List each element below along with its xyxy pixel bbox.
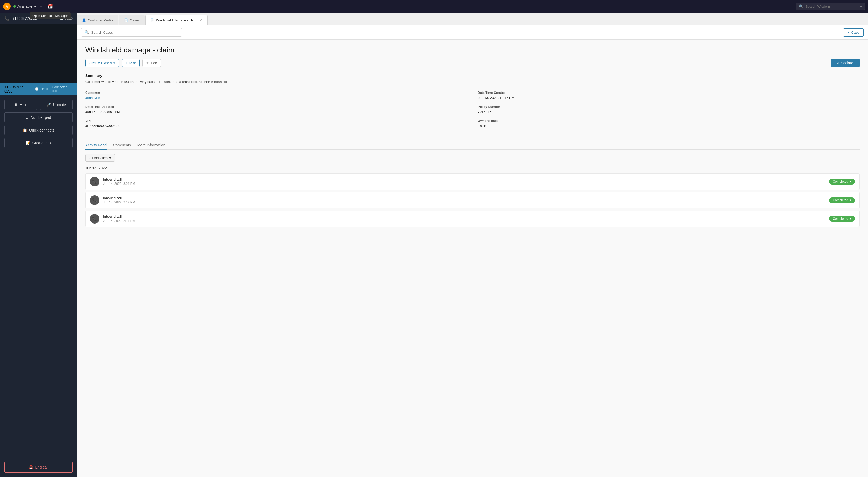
tab-customer-label: Customer Profile <box>88 18 114 22</box>
status-chevron-icon: ▾ <box>114 61 115 65</box>
end-call-button[interactable]: 📵 End call <box>4 461 73 473</box>
connected-label: Connected call <box>52 85 73 93</box>
tab-case-detail-icon: 📄 <box>150 18 155 22</box>
summary-heading: Summary <box>85 73 860 78</box>
tab-case-detail[interactable]: 📄 Windshield damage - cla... ✕ <box>145 15 208 25</box>
tab-activity-feed[interactable]: Activity Feed <box>85 141 106 150</box>
wisdom-search-container[interactable]: 🔍 ▾ <box>796 3 865 10</box>
end-call-icon: 📵 <box>29 465 33 469</box>
status-chevron-icon: ▾ <box>34 4 36 8</box>
edit-icon: ✏ <box>146 61 149 65</box>
customer-ellipsis: ··· <box>102 96 105 100</box>
caller-connected-status: 🕐 01:10 <box>35 87 48 91</box>
case-actions: Status: Closed ▾ + Task ✏ Edit Associate <box>85 59 860 67</box>
associate-button[interactable]: Associate <box>831 59 860 67</box>
wisdom-search-input[interactable] <box>805 4 858 8</box>
content-area: 👤 Customer Profile 📄 Cases 📄 Windshield … <box>77 13 868 477</box>
hold-button[interactable]: ⏸ Hold <box>4 100 37 110</box>
completed-badge-1[interactable]: Completed ▾ <box>829 179 855 184</box>
tab-more-information[interactable]: More Information <box>137 141 165 150</box>
unmute-icon: 🎤 <box>46 102 51 107</box>
tab-comments[interactable]: Comments <box>113 141 131 150</box>
main-layout: 📞 +12065778298 🕐 01:10 +1 206-577-8298 🕐… <box>0 13 868 477</box>
status-button[interactable]: Status: Closed ▾ <box>85 59 119 67</box>
field-date-created-value: Jun 13, 2022, 12:17 PM <box>478 96 860 100</box>
task-button[interactable]: + Task <box>122 59 140 67</box>
add-button[interactable]: + <box>39 3 44 10</box>
search-cases-container[interactable]: 🔍 <box>81 28 182 37</box>
tab-cases[interactable]: 📄 Cases <box>119 15 145 25</box>
activity-time-1: Jun 14, 2022, 8:01 PM <box>103 182 825 186</box>
all-activities-button[interactable]: All Activities ▾ <box>85 154 115 162</box>
content-tabs: Activity Feed Comments More Information <box>85 141 860 150</box>
activity-icon-2: 📞 <box>90 196 99 205</box>
completed-label-3: Completed <box>833 217 848 220</box>
tab-bar: 👤 Customer Profile 📄 Cases 📄 Windshield … <box>77 13 868 26</box>
add-case-button[interactable]: + Case <box>843 28 864 37</box>
badge-chevron-icon-3: ▾ <box>850 217 851 220</box>
field-date-updated-value: Jun 14, 2022, 8:01 PM <box>85 110 467 114</box>
field-policy-number: Policy Number 7017817 <box>478 105 860 114</box>
field-vin-value: JH4KA4650JC000403 <box>85 124 467 128</box>
completed-badge-3[interactable]: Completed ▾ <box>829 216 855 222</box>
activity-icon-3: 📞 <box>90 214 99 223</box>
activity-item-1: 📞 Inbound call Jun 14, 2022, 8:01 PM Com… <box>85 173 860 190</box>
activity-time-3: Jun 14, 2022, 2:11 PM <box>103 219 825 223</box>
field-fault-label: Owner's fault <box>478 119 860 123</box>
unmute-button[interactable]: 🎤 Unmute <box>40 100 73 110</box>
search-bar-row: 🔍 + Case <box>77 26 868 39</box>
activity-info-1: Inbound call Jun 14, 2022, 8:01 PM <box>103 177 825 186</box>
number-pad-button[interactable]: ⠿ Number pad <box>4 112 73 122</box>
customer-link[interactable]: John Doe <box>85 96 100 100</box>
tab-close-button[interactable]: ✕ <box>199 18 203 23</box>
search-cases-input[interactable] <box>91 30 178 34</box>
nav-logo: A <box>3 3 10 10</box>
sidebar: 📞 +12065778298 🕐 01:10 +1 206-577-8298 🕐… <box>0 13 77 477</box>
field-customer-label: Customer <box>85 91 467 95</box>
edit-button[interactable]: ✏ Edit <box>142 59 161 67</box>
number-pad-icon: ⠿ <box>26 115 28 120</box>
tab-customer-profile[interactable]: 👤 Customer Profile <box>77 15 119 25</box>
activity-date-group: Jun 14, 2022 <box>85 166 860 170</box>
create-task-icon: 📝 <box>26 141 30 145</box>
activity-title-2: Inbound call <box>103 196 825 200</box>
activity-item-2: 📞 Inbound call Jun 14, 2022, 2:12 PM Com… <box>85 192 860 208</box>
caller-number: +1 206-577-8298 <box>4 85 32 93</box>
field-customer-value: John Doe ··· <box>85 96 467 100</box>
call-controls: ⏸ Hold 🎤 Unmute ⠿ Number pad 📋 Quick con… <box>0 95 77 477</box>
summary-section: Summary Customer was driving on i90 on t… <box>85 73 860 85</box>
fields-grid: Customer John Doe ··· Date/Time Created … <box>85 91 860 135</box>
wisdom-search-icon: 🔍 <box>799 4 803 8</box>
field-fault-value: False <box>478 124 860 128</box>
field-date-updated: Date/Time Updated Jun 14, 2022, 8:01 PM <box>85 105 467 114</box>
field-date-updated-label: Date/Time Updated <box>85 105 467 109</box>
activity-icon-1: 📞 <box>90 177 99 186</box>
edit-label: Edit <box>151 61 157 65</box>
field-date-created: Date/Time Created Jun 13, 2022, 12:17 PM <box>478 91 860 100</box>
tab-cases-label: Cases <box>130 18 140 22</box>
caller-bar: +1 206-577-8298 🕐 01:10 Connected call <box>0 83 77 95</box>
completed-label-1: Completed <box>833 180 848 183</box>
search-cases-icon: 🔍 <box>85 30 89 34</box>
status-label: Status: Closed <box>89 61 112 65</box>
phone-icon: 📞 <box>4 16 9 21</box>
completed-badge-2[interactable]: Completed ▾ <box>829 197 855 203</box>
create-task-button[interactable]: 📝 Create task <box>4 138 73 148</box>
activity-info-3: Inbound call Jun 14, 2022, 2:11 PM <box>103 214 825 223</box>
tab-case-detail-label: Windshield damage - cla... <box>156 18 197 22</box>
badge-chevron-icon-2: ▾ <box>850 198 851 202</box>
caller-video-area <box>0 24 77 83</box>
status-button[interactable]: Available ▾ <box>13 4 36 8</box>
activity-title-1: Inbound call <box>103 177 825 181</box>
completed-label-2: Completed <box>833 198 848 202</box>
quick-connects-button[interactable]: 📋 Quick connects <box>4 125 73 135</box>
field-vin-label: VIN <box>85 119 467 123</box>
all-activities-chevron-icon: ▾ <box>109 156 111 160</box>
activity-info-2: Inbound call Jun 14, 2022, 2:12 PM <box>103 196 825 204</box>
schedule-manager-button[interactable]: 📅 <box>46 2 54 10</box>
status-indicator <box>13 5 16 8</box>
field-policy-label: Policy Number <box>478 105 860 109</box>
add-case-plus-icon: + <box>847 30 850 34</box>
hold-unmute-row: ⏸ Hold 🎤 Unmute <box>4 100 73 110</box>
hold-icon: ⏸ <box>14 102 18 107</box>
